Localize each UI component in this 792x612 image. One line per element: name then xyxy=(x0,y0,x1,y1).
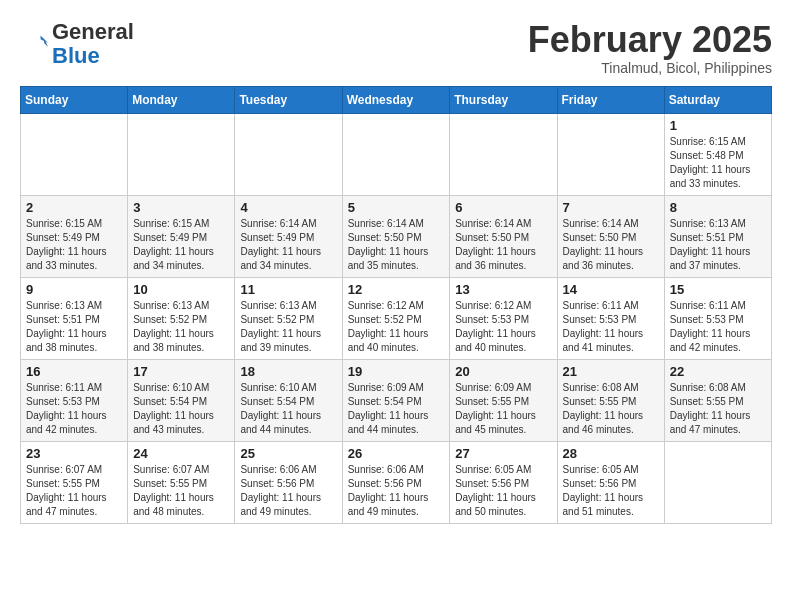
day-info: Sunrise: 6:12 AM Sunset: 5:52 PM Dayligh… xyxy=(348,299,445,355)
calendar-cell xyxy=(235,113,342,195)
day-number: 6 xyxy=(455,200,551,215)
day-number: 25 xyxy=(240,446,336,461)
calendar-cell: 25Sunrise: 6:06 AM Sunset: 5:56 PM Dayli… xyxy=(235,441,342,523)
day-info: Sunrise: 6:12 AM Sunset: 5:53 PM Dayligh… xyxy=(455,299,551,355)
location: Tinalmud, Bicol, Philippines xyxy=(528,60,772,76)
day-number: 16 xyxy=(26,364,122,379)
day-info: Sunrise: 6:08 AM Sunset: 5:55 PM Dayligh… xyxy=(563,381,659,437)
logo: General Blue xyxy=(20,20,134,68)
calendar-cell: 27Sunrise: 6:05 AM Sunset: 5:56 PM Dayli… xyxy=(450,441,557,523)
day-info: Sunrise: 6:07 AM Sunset: 5:55 PM Dayligh… xyxy=(133,463,229,519)
day-number: 4 xyxy=(240,200,336,215)
weekday-header-sunday: Sunday xyxy=(21,86,128,113)
day-info: Sunrise: 6:15 AM Sunset: 5:48 PM Dayligh… xyxy=(670,135,766,191)
calendar-cell: 22Sunrise: 6:08 AM Sunset: 5:55 PM Dayli… xyxy=(664,359,771,441)
month-year: February 2025 xyxy=(528,20,772,60)
calendar-cell xyxy=(450,113,557,195)
page-header: General Blue February 2025 Tinalmud, Bic… xyxy=(20,20,772,76)
calendar-cell: 9Sunrise: 6:13 AM Sunset: 5:51 PM Daylig… xyxy=(21,277,128,359)
calendar-cell: 21Sunrise: 6:08 AM Sunset: 5:55 PM Dayli… xyxy=(557,359,664,441)
day-number: 24 xyxy=(133,446,229,461)
calendar-cell: 24Sunrise: 6:07 AM Sunset: 5:55 PM Dayli… xyxy=(128,441,235,523)
calendar-cell xyxy=(664,441,771,523)
day-info: Sunrise: 6:09 AM Sunset: 5:54 PM Dayligh… xyxy=(348,381,445,437)
day-info: Sunrise: 6:14 AM Sunset: 5:50 PM Dayligh… xyxy=(563,217,659,273)
calendar-cell: 11Sunrise: 6:13 AM Sunset: 5:52 PM Dayli… xyxy=(235,277,342,359)
day-number: 13 xyxy=(455,282,551,297)
day-info: Sunrise: 6:10 AM Sunset: 5:54 PM Dayligh… xyxy=(133,381,229,437)
day-number: 17 xyxy=(133,364,229,379)
day-info: Sunrise: 6:07 AM Sunset: 5:55 PM Dayligh… xyxy=(26,463,122,519)
day-number: 20 xyxy=(455,364,551,379)
weekday-header-row: SundayMondayTuesdayWednesdayThursdayFrid… xyxy=(21,86,772,113)
weekday-header-thursday: Thursday xyxy=(450,86,557,113)
day-number: 22 xyxy=(670,364,766,379)
day-info: Sunrise: 6:15 AM Sunset: 5:49 PM Dayligh… xyxy=(133,217,229,273)
calendar-cell: 10Sunrise: 6:13 AM Sunset: 5:52 PM Dayli… xyxy=(128,277,235,359)
day-number: 12 xyxy=(348,282,445,297)
weekday-header-tuesday: Tuesday xyxy=(235,86,342,113)
weekday-header-friday: Friday xyxy=(557,86,664,113)
calendar-cell: 2Sunrise: 6:15 AM Sunset: 5:49 PM Daylig… xyxy=(21,195,128,277)
calendar-cell xyxy=(21,113,128,195)
day-info: Sunrise: 6:09 AM Sunset: 5:55 PM Dayligh… xyxy=(455,381,551,437)
day-info: Sunrise: 6:11 AM Sunset: 5:53 PM Dayligh… xyxy=(26,381,122,437)
calendar-cell: 13Sunrise: 6:12 AM Sunset: 5:53 PM Dayli… xyxy=(450,277,557,359)
logo-icon xyxy=(20,30,48,58)
calendar-table: SundayMondayTuesdayWednesdayThursdayFrid… xyxy=(20,86,772,524)
calendar-cell: 14Sunrise: 6:11 AM Sunset: 5:53 PM Dayli… xyxy=(557,277,664,359)
day-info: Sunrise: 6:06 AM Sunset: 5:56 PM Dayligh… xyxy=(240,463,336,519)
weekday-header-wednesday: Wednesday xyxy=(342,86,450,113)
calendar-week-row: 2Sunrise: 6:15 AM Sunset: 5:49 PM Daylig… xyxy=(21,195,772,277)
day-number: 10 xyxy=(133,282,229,297)
day-info: Sunrise: 6:08 AM Sunset: 5:55 PM Dayligh… xyxy=(670,381,766,437)
day-info: Sunrise: 6:10 AM Sunset: 5:54 PM Dayligh… xyxy=(240,381,336,437)
calendar-cell: 12Sunrise: 6:12 AM Sunset: 5:52 PM Dayli… xyxy=(342,277,450,359)
day-number: 28 xyxy=(563,446,659,461)
day-info: Sunrise: 6:06 AM Sunset: 5:56 PM Dayligh… xyxy=(348,463,445,519)
weekday-header-saturday: Saturday xyxy=(664,86,771,113)
day-number: 15 xyxy=(670,282,766,297)
calendar-week-row: 1Sunrise: 6:15 AM Sunset: 5:48 PM Daylig… xyxy=(21,113,772,195)
day-info: Sunrise: 6:13 AM Sunset: 5:52 PM Dayligh… xyxy=(133,299,229,355)
logo-text: General Blue xyxy=(52,20,134,68)
day-number: 19 xyxy=(348,364,445,379)
logo-general: General xyxy=(52,19,134,44)
calendar-cell xyxy=(128,113,235,195)
calendar-cell: 18Sunrise: 6:10 AM Sunset: 5:54 PM Dayli… xyxy=(235,359,342,441)
day-info: Sunrise: 6:14 AM Sunset: 5:50 PM Dayligh… xyxy=(348,217,445,273)
calendar-week-row: 16Sunrise: 6:11 AM Sunset: 5:53 PM Dayli… xyxy=(21,359,772,441)
calendar-cell: 4Sunrise: 6:14 AM Sunset: 5:49 PM Daylig… xyxy=(235,195,342,277)
day-number: 26 xyxy=(348,446,445,461)
day-info: Sunrise: 6:14 AM Sunset: 5:49 PM Dayligh… xyxy=(240,217,336,273)
weekday-header-monday: Monday xyxy=(128,86,235,113)
day-number: 27 xyxy=(455,446,551,461)
calendar-cell xyxy=(557,113,664,195)
day-info: Sunrise: 6:13 AM Sunset: 5:51 PM Dayligh… xyxy=(26,299,122,355)
day-number: 11 xyxy=(240,282,336,297)
calendar-cell: 3Sunrise: 6:15 AM Sunset: 5:49 PM Daylig… xyxy=(128,195,235,277)
day-number: 23 xyxy=(26,446,122,461)
calendar-cell: 6Sunrise: 6:14 AM Sunset: 5:50 PM Daylig… xyxy=(450,195,557,277)
calendar-cell: 5Sunrise: 6:14 AM Sunset: 5:50 PM Daylig… xyxy=(342,195,450,277)
day-info: Sunrise: 6:15 AM Sunset: 5:49 PM Dayligh… xyxy=(26,217,122,273)
day-info: Sunrise: 6:11 AM Sunset: 5:53 PM Dayligh… xyxy=(563,299,659,355)
calendar-cell: 26Sunrise: 6:06 AM Sunset: 5:56 PM Dayli… xyxy=(342,441,450,523)
day-number: 21 xyxy=(563,364,659,379)
calendar-cell: 20Sunrise: 6:09 AM Sunset: 5:55 PM Dayli… xyxy=(450,359,557,441)
calendar-cell: 28Sunrise: 6:05 AM Sunset: 5:56 PM Dayli… xyxy=(557,441,664,523)
logo-blue: Blue xyxy=(52,43,100,68)
calendar-cell: 7Sunrise: 6:14 AM Sunset: 5:50 PM Daylig… xyxy=(557,195,664,277)
calendar-cell: 1Sunrise: 6:15 AM Sunset: 5:48 PM Daylig… xyxy=(664,113,771,195)
day-info: Sunrise: 6:11 AM Sunset: 5:53 PM Dayligh… xyxy=(670,299,766,355)
day-number: 18 xyxy=(240,364,336,379)
day-number: 8 xyxy=(670,200,766,215)
calendar-cell: 8Sunrise: 6:13 AM Sunset: 5:51 PM Daylig… xyxy=(664,195,771,277)
day-number: 3 xyxy=(133,200,229,215)
day-number: 5 xyxy=(348,200,445,215)
day-info: Sunrise: 6:13 AM Sunset: 5:52 PM Dayligh… xyxy=(240,299,336,355)
calendar-cell: 19Sunrise: 6:09 AM Sunset: 5:54 PM Dayli… xyxy=(342,359,450,441)
calendar-cell: 17Sunrise: 6:10 AM Sunset: 5:54 PM Dayli… xyxy=(128,359,235,441)
day-info: Sunrise: 6:05 AM Sunset: 5:56 PM Dayligh… xyxy=(563,463,659,519)
day-number: 1 xyxy=(670,118,766,133)
